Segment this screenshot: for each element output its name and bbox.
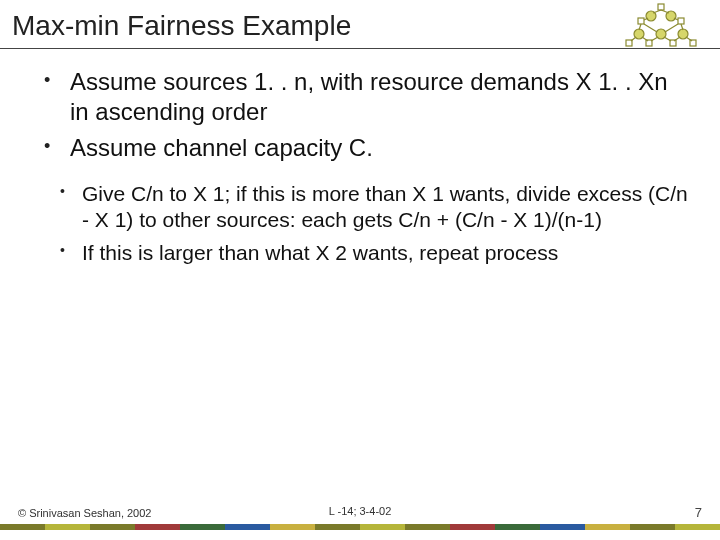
footer: © Srinivasan Seshan, 2002 L -14; 3-4-02 … xyxy=(0,505,720,530)
color-bar xyxy=(0,524,720,530)
svg-line-23 xyxy=(664,37,671,41)
svg-rect-6 xyxy=(678,18,684,24)
svg-line-21 xyxy=(642,37,648,41)
bullet-1: Assume sources 1. . n, with resource dem… xyxy=(50,67,692,127)
slide-title: Max-min Fairness Example xyxy=(12,10,351,42)
logo-icon xyxy=(624,2,704,54)
copyright-text: © Srinivasan Seshan, 2002 xyxy=(18,507,151,519)
lecture-code: L -14; 3-4-02 xyxy=(329,505,392,517)
page-number: 7 xyxy=(695,505,702,520)
bullet-2: Assume channel capacity C. xyxy=(50,133,692,163)
svg-line-22 xyxy=(651,37,658,41)
svg-line-24 xyxy=(674,37,680,41)
svg-rect-5 xyxy=(638,18,644,24)
svg-line-25 xyxy=(686,37,692,41)
title-bar: Max-min Fairness Example xyxy=(0,0,720,49)
svg-line-13 xyxy=(644,24,657,32)
sub-bullet-2: If this is larger than what X 2 wants, r… xyxy=(64,240,692,266)
content-area: Assume sources 1. . n, with resource dem… xyxy=(0,49,720,266)
svg-line-20 xyxy=(631,37,636,41)
sub-bullet-1: Give C/n to X 1; if this is more than X … xyxy=(64,181,692,234)
svg-rect-0 xyxy=(658,4,664,10)
svg-line-14 xyxy=(665,24,678,32)
